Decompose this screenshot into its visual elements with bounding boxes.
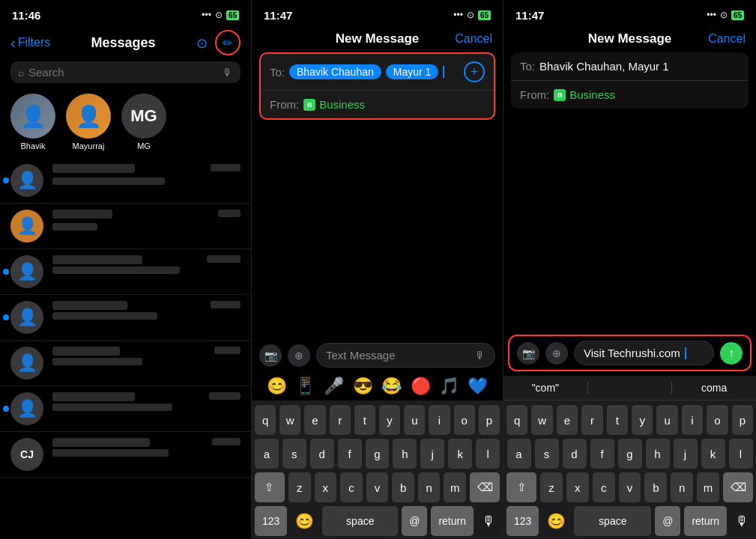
key-v[interactable]: v	[366, 472, 389, 502]
emoji-key[interactable]: 😊	[291, 512, 318, 530]
message-item[interactable]: 👤	[0, 386, 251, 432]
key-w-p3[interactable]: w	[531, 405, 552, 435]
emoji-heart[interactable]: 💙	[468, 377, 488, 396]
key-a-p3[interactable]: a	[507, 439, 531, 469]
message-item[interactable]: 👤	[0, 249, 251, 295]
key-l[interactable]: l	[476, 439, 500, 469]
key-h[interactable]: h	[393, 439, 417, 469]
key-y[interactable]: y	[379, 405, 400, 435]
key-d[interactable]: d	[310, 439, 334, 469]
key-j[interactable]: j	[420, 439, 444, 469]
emoji-search[interactable]: 🔴	[411, 377, 431, 396]
key-r[interactable]: r	[330, 405, 351, 435]
search-input[interactable]	[28, 66, 218, 79]
key-t[interactable]: t	[354, 405, 375, 435]
camera-button-p2[interactable]: 📷	[259, 344, 282, 367]
autocomplete-com[interactable]: "com"	[504, 382, 588, 394]
back-button-p1[interactable]: ‹ Filters	[10, 34, 50, 52]
key-z-p3[interactable]: z	[540, 472, 563, 502]
key-n[interactable]: n	[418, 472, 441, 502]
key-p[interactable]: p	[479, 405, 500, 435]
autocomplete-coma[interactable]: coma	[672, 382, 756, 394]
cancel-button-p2[interactable]: Cancel	[455, 32, 492, 46]
emoji-laugh[interactable]: 😂	[381, 377, 402, 396]
at-key-p3[interactable]: @	[655, 506, 680, 536]
shift-key-p3[interactable]: ⇧	[506, 472, 536, 502]
key-f-p3[interactable]: f	[590, 439, 614, 469]
message-item[interactable]: CJ	[0, 432, 251, 478]
emoji-wave[interactable]: 🎤	[324, 377, 344, 396]
message-item[interactable]: 👤	[0, 158, 251, 204]
message-body-p3[interactable]	[504, 109, 756, 335]
key-b[interactable]: b	[392, 472, 414, 502]
search-bar[interactable]: ⌕ 🎙	[10, 61, 241, 83]
key-t-p3[interactable]: t	[607, 405, 628, 435]
key-v-p3[interactable]: v	[619, 472, 641, 502]
key-o-p3[interactable]: o	[707, 405, 728, 435]
key-b-p3[interactable]: b	[644, 472, 667, 502]
return-key-p3[interactable]: return	[684, 506, 727, 536]
key-m[interactable]: m	[444, 472, 466, 502]
key-w[interactable]: w	[279, 405, 300, 435]
key-g-p3[interactable]: g	[618, 439, 642, 469]
key-h-p3[interactable]: h	[646, 439, 670, 469]
return-key[interactable]: return	[431, 506, 474, 536]
to-row-p2[interactable]: To: Bhavik Chauhan Mayur 1 +	[261, 54, 494, 91]
key-e[interactable]: e	[304, 405, 325, 435]
message-body-p2[interactable]	[252, 120, 503, 338]
key-n-p3[interactable]: n	[671, 472, 693, 502]
key-y-p3[interactable]: y	[632, 405, 653, 435]
numbers-key[interactable]: 123	[255, 506, 287, 536]
cancel-button-p3[interactable]: Cancel	[708, 32, 746, 46]
recipient-tag-bhavik[interactable]: Bhavik Chauhan	[289, 64, 381, 79]
key-k[interactable]: k	[448, 439, 472, 469]
key-k-p3[interactable]: k	[701, 439, 725, 469]
mic-key-p3[interactable]: 🎙	[731, 514, 753, 529]
key-l-p3[interactable]: l	[729, 439, 753, 469]
compose-button[interactable]: ✏	[215, 30, 241, 55]
apps-button-p2[interactable]: ⊕	[288, 344, 310, 367]
text-message-field-p2[interactable]: Text Message 🎙	[316, 343, 495, 368]
pinned-contact-mayur[interactable]: 👤 Mayurraj	[66, 94, 111, 150]
add-recipient-button[interactable]: +	[464, 61, 485, 82]
send-button-p3[interactable]: ↑	[720, 342, 743, 365]
key-u[interactable]: u	[404, 405, 425, 435]
to-row-p3[interactable]: To: Bhavik Chauhan, Mayur 1	[511, 52, 749, 81]
key-g[interactable]: g	[366, 439, 390, 469]
message-item[interactable]: 👤	[0, 295, 251, 341]
key-z[interactable]: z	[288, 472, 311, 502]
key-s-p3[interactable]: s	[535, 439, 559, 469]
shift-key[interactable]: ⇧	[255, 472, 285, 502]
emoji-cool[interactable]: 😎	[353, 377, 373, 396]
emoji-smiley[interactable]: 😊	[267, 377, 287, 396]
key-q[interactable]: q	[255, 405, 276, 435]
apps-button-p3[interactable]: ⊕	[545, 342, 568, 365]
more-button[interactable]: ⊙	[196, 34, 208, 52]
mic-key[interactable]: 🎙	[477, 514, 500, 529]
emoji-key-p3[interactable]: 😊	[542, 512, 570, 530]
key-p-p3[interactable]: p	[732, 405, 753, 435]
message-item[interactable]: 👤	[0, 204, 251, 249]
delete-key[interactable]: ⌫	[470, 472, 500, 502]
text-message-field-p3[interactable]: Visit Techrushi.com	[574, 341, 714, 365]
key-c[interactable]: c	[340, 472, 363, 502]
key-u-p3[interactable]: u	[656, 405, 677, 435]
key-x-p3[interactable]: x	[566, 472, 589, 502]
key-r-p3[interactable]: r	[581, 405, 602, 435]
recipient-tag-mayur[interactable]: Mayur 1	[386, 64, 439, 79]
emoji-appstore[interactable]: 📱	[295, 377, 315, 396]
key-j-p3[interactable]: j	[674, 439, 698, 469]
key-e-p3[interactable]: e	[557, 405, 578, 435]
key-c-p3[interactable]: c	[593, 472, 615, 502]
numbers-key-p3[interactable]: 123	[506, 506, 539, 536]
emoji-music[interactable]: 🎵	[439, 377, 459, 396]
at-key[interactable]: @	[402, 506, 427, 536]
key-s[interactable]: s	[282, 439, 306, 469]
key-d-p3[interactable]: d	[563, 439, 587, 469]
key-x[interactable]: x	[315, 472, 337, 502]
key-m-p3[interactable]: m	[697, 472, 719, 502]
space-key-p3[interactable]: space	[574, 506, 651, 536]
delete-key-p3[interactable]: ⌫	[723, 472, 753, 502]
key-f[interactable]: f	[338, 439, 362, 469]
message-item[interactable]: 👤	[0, 341, 251, 386]
